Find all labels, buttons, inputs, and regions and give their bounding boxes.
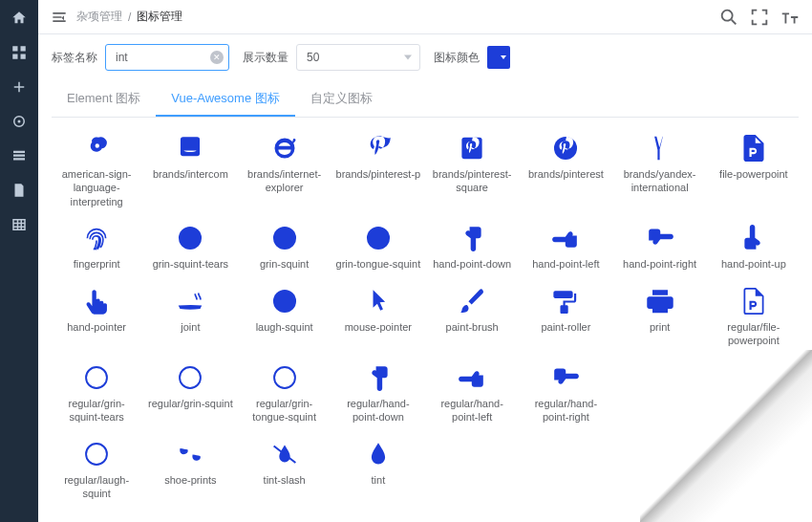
icon-cell[interactable]: grin-tongue-squint <box>333 221 423 276</box>
display-count-select[interactable]: 50 <box>296 44 420 71</box>
icon-label: american-sign-language-interpreting <box>53 167 139 208</box>
icon-label: hand-point-down <box>433 257 511 271</box>
icon-label: regular/hand-point-right <box>523 397 609 424</box>
tab-custom[interactable]: 自定义图标 <box>295 82 388 117</box>
icon-cell[interactable]: regular/grin-squint <box>145 360 235 429</box>
icon-cell[interactable]: hand-pointer <box>52 284 141 353</box>
tab-element[interactable]: Element 图标 <box>52 82 156 117</box>
grin-squint-icon <box>271 225 298 251</box>
icon-cell[interactable]: regular/laugh-squint <box>52 437 141 506</box>
yandex-icon <box>647 135 673 162</box>
icon-cell[interactable]: brands/pinterest-p <box>333 131 423 213</box>
laugh-squint-o-icon <box>83 441 110 468</box>
icon-cell[interactable]: american-sign-language-interpreting <box>52 131 141 213</box>
grin-tongue-o-icon <box>271 364 298 391</box>
icon-color-label: 图标颜色 <box>434 50 480 66</box>
icon-label: laugh-squint <box>256 320 313 334</box>
icon-cell[interactable]: mouse-pointer <box>333 284 423 353</box>
icon-cell[interactable]: print <box>615 284 705 353</box>
sidebar <box>0 0 38 522</box>
icon-label: regular/hand-point-down <box>335 397 421 424</box>
breadcrumb-part2[interactable]: 图标管理 <box>137 9 182 25</box>
icon-label: hand-point-left <box>532 257 599 271</box>
ie-icon <box>271 135 298 162</box>
collapse-sidebar-icon[interactable] <box>50 8 69 27</box>
icon-label: grin-squint <box>260 257 309 271</box>
fullscreen-icon[interactable] <box>749 7 770 28</box>
main-area: 杂项管理 / 图标管理 标签名称 ✕ 展示数量 <box>38 0 812 522</box>
font-size-icon[interactable] <box>780 7 801 28</box>
icon-cell[interactable]: paint-brush <box>427 284 517 353</box>
display-count-label: 展示数量 <box>243 50 288 66</box>
grin-squint-tears-o-icon <box>83 364 110 391</box>
clear-input-icon[interactable]: ✕ <box>210 51 224 64</box>
icon-grid: american-sign-language-interpretingbrand… <box>52 118 799 519</box>
sidebar-plus-icon[interactable] <box>11 78 28 96</box>
icon-cell[interactable]: brands/pinterest-square <box>427 131 517 213</box>
icon-cell[interactable]: regular/grin-tongue-squint <box>240 360 330 429</box>
sidebar-layers-icon[interactable] <box>11 147 28 164</box>
icon-label: joint <box>181 320 200 334</box>
icon-cell[interactable]: paint-roller <box>521 284 610 353</box>
fingerprint-icon <box>83 225 110 251</box>
icon-cell[interactable]: hand-point-down <box>427 221 517 276</box>
icon-cell[interactable]: joint <box>145 284 235 353</box>
icon-label: paint-brush <box>446 320 499 334</box>
joint-icon <box>177 288 203 315</box>
icon-cell[interactable]: brands/internet-explorer <box>240 131 330 213</box>
content: 标签名称 ✕ 展示数量 50 图标颜色 <box>38 34 812 522</box>
laugh-squint-icon <box>271 288 298 315</box>
icon-cell[interactable]: grin-squint-tears <box>145 221 235 276</box>
icon-cell[interactable]: hand-point-right <box>615 221 705 276</box>
icon-label: file-powerpoint <box>719 167 788 181</box>
icon-cell[interactable]: hand-point-up <box>709 221 799 276</box>
icon-label: shoe-prints <box>164 473 216 487</box>
icon-cell[interactable]: brands/pinterest <box>521 131 610 213</box>
sidebar-doc-icon[interactable] <box>11 182 28 199</box>
icon-cell[interactable]: regular/hand-point-right <box>521 360 610 429</box>
icon-label: brands/yandex-international <box>617 167 703 195</box>
intercom-icon <box>177 135 203 162</box>
icon-cell[interactable]: fingerprint <box>52 221 141 276</box>
icon-cell[interactable]: hand-point-left <box>521 221 610 276</box>
sidebar-grid-icon[interactable] <box>11 44 28 61</box>
icon-cell[interactable]: regular/grin-squint-tears <box>52 360 141 429</box>
icon-cell[interactable]: brands/yandex-international <box>615 131 705 213</box>
hand-pointer-icon <box>83 288 110 315</box>
hand-down-icon <box>459 225 485 251</box>
icon-label: regular/hand-point-left <box>429 397 515 424</box>
icon-label: paint-roller <box>541 320 590 334</box>
icon-cell[interactable]: laugh-squint <box>240 284 330 353</box>
shoe-prints-icon <box>177 441 203 468</box>
icon-cell[interactable]: regular/file-powerpoint <box>709 284 799 353</box>
sidebar-target-icon[interactable] <box>11 113 28 130</box>
hand-down-o-icon <box>365 364 392 391</box>
print-icon <box>647 288 673 315</box>
search-icon[interactable] <box>718 7 739 28</box>
icon-cell[interactable]: tint <box>333 437 423 506</box>
hand-right-icon <box>647 225 673 251</box>
sidebar-dashboard-icon[interactable] <box>11 10 28 27</box>
icon-cell[interactable]: regular/hand-point-down <box>333 360 423 429</box>
svg-point-7 <box>722 10 733 20</box>
icon-label: brands/pinterest-square <box>429 167 515 195</box>
tint-icon <box>365 441 392 468</box>
grin-tongue-icon <box>365 225 392 251</box>
icon-label: grin-tongue-squint <box>336 257 421 271</box>
icon-label: regular/laugh-squint <box>53 473 139 501</box>
breadcrumb-part1[interactable]: 杂项管理 <box>76 9 122 25</box>
color-picker[interactable] <box>487 46 510 69</box>
icon-cell[interactable]: tint-slash <box>240 437 330 506</box>
sidebar-table-icon[interactable] <box>11 216 28 233</box>
breadcrumb-sep: / <box>128 11 131 24</box>
icon-cell[interactable]: regular/hand-point-left <box>427 360 517 429</box>
tab-vue-awesome[interactable]: Vue-Awesome 图标 <box>156 82 294 117</box>
icon-label: mouse-pointer <box>345 320 412 334</box>
icon-cell[interactable]: brands/intercom <box>145 131 235 213</box>
hand-right-o-icon <box>552 364 579 391</box>
paint-brush-icon <box>459 288 485 315</box>
icon-cell[interactable]: grin-squint <box>240 221 330 276</box>
icon-cell[interactable]: shoe-prints <box>145 437 235 506</box>
icon-cell[interactable]: file-powerpoint <box>709 131 799 213</box>
icon-label: grin-squint-tears <box>153 257 228 271</box>
